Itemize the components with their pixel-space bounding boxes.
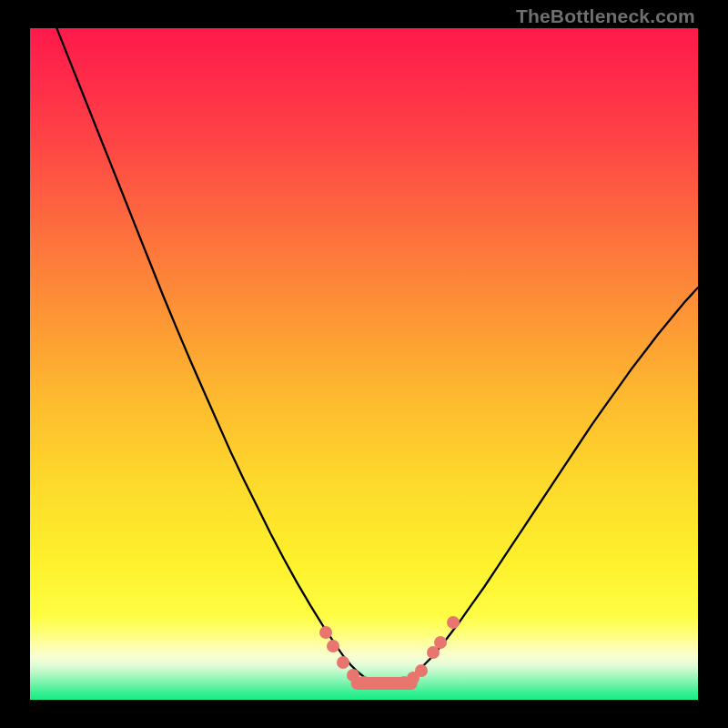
chart-frame: TheBottleneck.com	[0, 0, 728, 728]
v-curve	[30, 28, 698, 700]
plot-area	[30, 28, 698, 700]
watermark-text: TheBottleneck.com	[516, 5, 695, 27]
